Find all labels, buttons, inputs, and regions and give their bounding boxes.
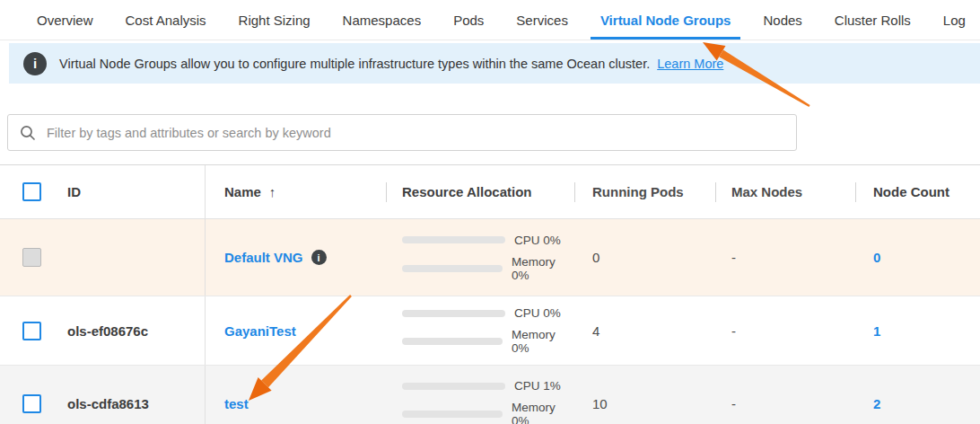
row-checkbox[interactable]	[22, 394, 41, 413]
vng-name-link[interactable]: GayaniTest	[224, 323, 296, 339]
cell-max-nodes: -	[715, 296, 855, 365]
tab-services[interactable]: Services	[506, 0, 578, 40]
column-header-max-nodes: Max Nodes	[715, 165, 855, 218]
column-header-running-pods: Running Pods	[574, 165, 715, 218]
column-header-id: ID	[54, 165, 206, 218]
cell-max-nodes: -	[715, 366, 855, 424]
memory-label: Memory 0%	[512, 401, 574, 424]
tab-log[interactable]: Log	[933, 0, 976, 40]
cell-resource-allocation: CPU 0% Memory 0%	[386, 219, 574, 296]
cpu-label: CPU 0%	[514, 306, 561, 320]
filter-search-box[interactable]	[7, 114, 797, 151]
info-banner: i Virtual Node Groups allow you to confi…	[9, 43, 980, 84]
tab-namespaces[interactable]: Namespaces	[333, 0, 432, 40]
sort-ascending-icon[interactable]: ↑	[269, 184, 276, 199]
tab-virtual-node-groups[interactable]: Virtual Node Groups	[591, 0, 741, 40]
cluster-tab-bar: Overview Cost Analysis Right Sizing Name…	[0, 0, 980, 40]
info-icon: i	[23, 52, 47, 75]
memory-bar	[402, 265, 503, 272]
cell-running-pods: 0	[574, 219, 715, 296]
memory-label: Memory 0%	[512, 255, 574, 282]
cpu-bar	[402, 383, 505, 390]
node-count-link[interactable]: 1	[873, 323, 880, 339]
cpu-bar	[402, 236, 505, 243]
tab-right-sizing[interactable]: Right Sizing	[229, 0, 320, 40]
tab-cost-analysis[interactable]: Cost Analysis	[116, 0, 216, 40]
select-all-checkbox[interactable]	[22, 182, 41, 201]
node-count-link[interactable]: 2	[873, 396, 880, 411]
cpu-bar	[402, 310, 505, 317]
vng-table: ID Name ↑ Resource Allocation Running Po…	[0, 164, 980, 424]
cell-id	[54, 219, 206, 296]
tab-pods[interactable]: Pods	[443, 0, 494, 40]
learn-more-link[interactable]: Learn More	[657, 57, 723, 71]
tab-overview[interactable]: Overview	[27, 0, 103, 40]
vng-name-link[interactable]: Default VNG	[224, 250, 303, 265]
cell-running-pods: 10	[574, 366, 715, 424]
cell-resource-allocation: CPU 1% Memory 0%	[386, 366, 574, 424]
memory-bar	[402, 411, 503, 418]
table-header-row: ID Name ↑ Resource Allocation Running Po…	[0, 165, 980, 219]
memory-label: Memory 0%	[512, 328, 574, 355]
cell-resource-allocation: CPU 0% Memory 0%	[386, 296, 574, 365]
column-header-name[interactable]: Name ↑	[206, 165, 386, 218]
search-input[interactable]	[45, 125, 796, 141]
cpu-label: CPU 0%	[514, 234, 561, 247]
column-header-resource-allocation: Resource Allocation	[386, 165, 574, 218]
cell-running-pods: 4	[574, 296, 715, 365]
table-row: Default VNG i CPU 0% Memory 0% 0 - 0	[0, 219, 980, 296]
vng-name-link[interactable]: test	[224, 396, 249, 411]
row-checkbox-disabled	[22, 248, 41, 267]
table-row: ols-ef08676c GayaniTest CPU 0% Memory 0%…	[0, 296, 980, 365]
search-icon	[20, 125, 36, 141]
row-checkbox[interactable]	[22, 322, 41, 340]
cell-id: ols-cdfa8613	[54, 366, 206, 424]
tab-cluster-rolls[interactable]: Cluster Rolls	[825, 0, 921, 40]
banner-text: Virtual Node Groups allow you to configu…	[59, 57, 650, 71]
tab-nodes[interactable]: Nodes	[753, 0, 811, 40]
table-row: ols-cdfa8613 test CPU 1% Memory 0% 10 - …	[0, 365, 980, 424]
default-vng-info-icon[interactable]: i	[311, 250, 327, 265]
column-header-node-count: Node Count	[855, 165, 980, 218]
cell-max-nodes: -	[715, 219, 855, 296]
cpu-label: CPU 1%	[514, 379, 561, 393]
memory-bar	[402, 338, 503, 345]
node-count-link[interactable]: 0	[873, 250, 880, 265]
cell-id: ols-ef08676c	[54, 296, 206, 365]
